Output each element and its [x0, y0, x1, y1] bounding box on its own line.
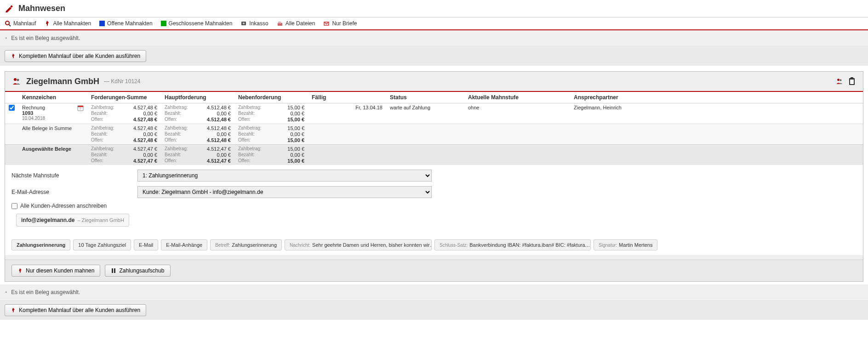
customer-name: Ziegelmann GmbH: [26, 77, 99, 86]
run-all-row-top: Kompletten Mahnlauf über alle Kunden aus…: [0, 46, 868, 66]
email-chip[interactable]: info@ziegelmann.de – Ziegelmann GmbH: [16, 214, 129, 227]
info-text: Es ist ein Beleg ausgewählt.: [11, 289, 80, 295]
letter-icon: [323, 20, 330, 27]
chip-template-name[interactable]: Zahlungserinnerung: [11, 239, 70, 250]
doc-type: Rechnung: [22, 105, 45, 110]
customer-header: Ziegelmann GmbH — KdNr 10124: [5, 72, 863, 91]
email-select[interactable]: Kunde: Ziegelmann GmbH - info@ziegelmann…: [137, 186, 432, 198]
nav-offene-mahnakten[interactable]: Offene Mahnakten: [99, 20, 153, 27]
nav-alle-mahnakten[interactable]: Alle Mahnakten: [44, 20, 91, 27]
next-step-label: Nächste Mahnstufe: [11, 172, 131, 179]
info-strip-bottom: Es ist ein Beleg ausgewählt.: [0, 284, 868, 301]
cell-value: 4.527,48 €: [125, 117, 157, 122]
cell-value: 4.527,48 €: [125, 105, 157, 110]
pin-icon: [11, 307, 16, 313]
nav-label: Inkasso: [249, 20, 268, 27]
run-all-button[interactable]: Kompletten Mahnlauf über alle Kunden aus…: [5, 50, 146, 62]
svg-line-2: [9, 24, 11, 26]
template-chip-row: Zahlungserinnerung 10 Tage Zahlungsziel …: [11, 231, 857, 250]
col-ansprechpartner: Ansprechpartner: [570, 91, 863, 103]
nav-toolbar: Mahnlauf Alle Mahnakten Offene Mahnakten…: [0, 17, 868, 30]
cell-mahnstufe: ohne: [464, 103, 570, 124]
summary-label: Alle Belege in Summe: [18, 124, 87, 145]
col-status: Status: [386, 91, 464, 103]
svg-point-10: [837, 79, 839, 81]
files-icon: [277, 20, 283, 27]
button-label: Kompletten Mahnlauf über alle Kunden aus…: [19, 53, 140, 59]
pause-icon: [111, 268, 116, 273]
col-hauptforderung: Hauptforderung: [161, 91, 234, 103]
all-addresses-label: Alle Kunden-Adressen anschreiben: [20, 203, 107, 209]
doc-date: 10.04.2018: [22, 116, 45, 121]
square-blue-icon: [99, 21, 105, 26]
svg-rect-18: [112, 268, 113, 273]
form-area: Nächste Mahnstufe 1: Zahlungserinnerung …: [5, 165, 863, 255]
nav-alle-dateien[interactable]: Alle Dateien: [277, 20, 315, 27]
cell-value: 0,00 €: [199, 111, 231, 116]
inkasso-icon: [240, 20, 247, 27]
group-icon: [11, 76, 22, 86]
nav-mahnlauf[interactable]: Mahnlauf: [5, 20, 36, 27]
chip-subject[interactable]: Betreff: Zahlungserinnerung: [210, 239, 282, 250]
chip-closing[interactable]: Schluss-Satz: Bankverbindung IBAN: #fakt…: [434, 239, 591, 250]
cell-value: 15,00 €: [272, 117, 304, 122]
doc-id: 1093: [22, 110, 45, 116]
cell-value: 4.512,48 €: [199, 117, 231, 122]
chip-attachments[interactable]: E-Mail-Anhänge: [161, 239, 207, 250]
all-addresses-checkbox[interactable]: [11, 203, 17, 209]
svg-rect-6: [278, 22, 281, 23]
info-text: Es ist ein Beleg ausgewählt.: [11, 35, 80, 41]
nav-label: Nur Briefe: [332, 20, 357, 27]
nav-nur-briefe[interactable]: Nur Briefe: [323, 20, 357, 27]
cell-value: 0,00 €: [272, 111, 304, 116]
next-step-select[interactable]: 1: Zahlungserinnerung: [137, 170, 432, 182]
customer-id: — KdNr 10124: [104, 78, 140, 85]
chip-signature[interactable]: Signatur: Martin Mertens: [594, 239, 657, 250]
customer-link-icon[interactable]: [835, 77, 844, 85]
col-kennzeichen: Kennzeichen: [18, 91, 87, 103]
svg-text:!: !: [80, 107, 81, 110]
chip-email-sub: – Ziegelmann GmbH: [77, 217, 124, 223]
cell-value: 4.512,48 €: [199, 105, 231, 110]
mahn-this-customer-button[interactable]: Nur diesen Kunden mahnen: [11, 265, 100, 277]
col-checkbox: [5, 91, 18, 103]
nav-inkasso[interactable]: Inkasso: [240, 20, 268, 27]
svg-point-4: [243, 23, 245, 24]
svg-point-9: [17, 79, 19, 81]
calendar-due-icon[interactable]: !: [77, 105, 84, 111]
pin-icon: [11, 53, 16, 59]
button-label: Nur diesen Kunden mahnen: [26, 267, 94, 274]
cell-status: warte auf Zahlung: [386, 103, 464, 124]
col-nebenforderung: Nebenforderung: [234, 91, 308, 103]
button-label: Zahlungsaufschub: [119, 267, 164, 274]
documents-table: Kennzeichen Forderungen-Summe Hauptforde…: [5, 91, 863, 165]
svg-point-1: [6, 21, 9, 25]
page-header: Mahnwesen: [0, 0, 868, 17]
table-row[interactable]: Rechnung 1093 10.04.2018 ! Zahlbetrag:4.…: [5, 103, 863, 124]
cell-value: 0,00 €: [125, 111, 157, 116]
chip-message[interactable]: Nachricht: Sehr geehrte Damen und Herren…: [285, 239, 432, 250]
cell-ansprechpartner: Ziegelmann, Heinrich: [570, 103, 863, 124]
customer-panel: Ziegelmann GmbH — KdNr 10124 Kennzeichen…: [5, 71, 863, 282]
nav-label: Geschlossene Mahnakten: [169, 20, 233, 27]
pin-icon: [44, 20, 51, 27]
chip-channel[interactable]: E-Mail: [134, 239, 158, 250]
email-label: E-Mail-Adresse: [11, 189, 131, 195]
svg-rect-14: [850, 79, 854, 84]
nav-geschlossene-mahnakten[interactable]: Geschlossene Mahnakten: [161, 20, 233, 27]
cell-value: 15,00 €: [272, 105, 304, 110]
svg-point-8: [14, 78, 17, 81]
nav-label: Offene Mahnakten: [107, 20, 153, 27]
summary-all-row: Alle Belege in Summe Zahlbetrag:4.527,48…: [5, 124, 863, 145]
defer-payment-button[interactable]: Zahlungsaufschub: [105, 265, 170, 277]
svg-rect-13: [851, 77, 853, 79]
clipboard-icon[interactable]: [848, 77, 857, 85]
cell-faellig: Fr, 13.04.18: [308, 103, 386, 124]
chip-payment-term[interactable]: 10 Tage Zahlungsziel: [73, 239, 131, 250]
svg-rect-19: [114, 268, 115, 273]
button-label: Kompletten Mahnlauf über alle Kunden aus…: [19, 307, 140, 313]
run-all-button[interactable]: Kompletten Mahnlauf über alle Kunden aus…: [5, 304, 146, 316]
dunning-icon: [5, 4, 14, 13]
customer-action-row: Nur diesen Kunden mahnen Zahlungsaufschu…: [5, 260, 863, 281]
row-checkbox[interactable]: [9, 105, 15, 111]
